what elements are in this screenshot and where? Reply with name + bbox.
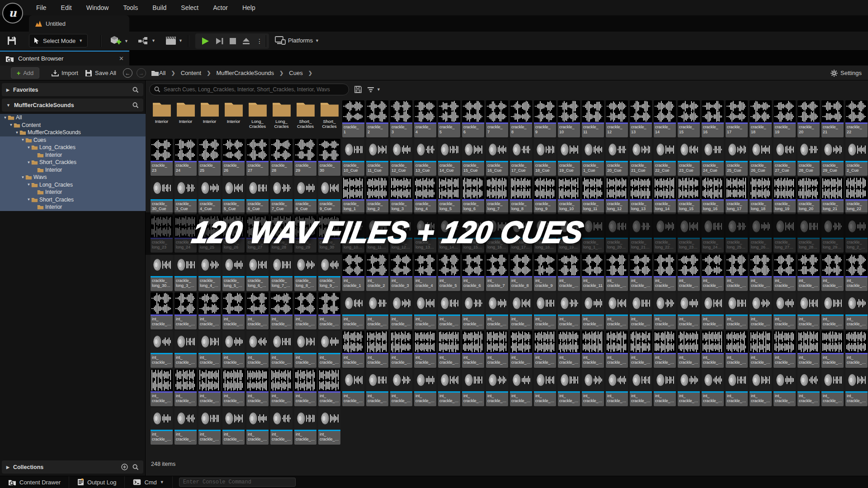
asset-tile[interactable]: int_crackle_long_28_Cue <box>797 369 820 406</box>
menu-item-help[interactable]: Help <box>236 2 262 13</box>
asset-tile[interactable]: crackle_long_3_Cue <box>175 254 197 291</box>
close-icon[interactable]: ✕ <box>119 55 124 62</box>
asset-tile[interactable]: crackle_long_5_Cue <box>222 254 245 291</box>
asset-tile[interactable]: int_crackle_long_25 <box>198 369 221 406</box>
asset-tile[interactable]: int_crackle_long_29_Cue <box>821 369 844 406</box>
asset-tile[interactable]: crackle_10_Cue <box>342 139 364 176</box>
search-icon[interactable] <box>132 464 139 470</box>
asset-tile[interactable]: int_crackle_29 <box>294 292 316 329</box>
menu-item-build[interactable]: Build <box>146 2 173 13</box>
asset-tile[interactable]: int_crackle_long_17 <box>726 331 748 368</box>
asset-tile[interactable]: crackle_22 <box>845 100 868 137</box>
expander-down-icon[interactable]: ▼ <box>26 197 31 202</box>
asset-tile[interactable]: int_crackle_4 <box>414 254 436 291</box>
asset-tile[interactable]: int_crackle_long_22_Cue <box>654 369 676 406</box>
asset-tile[interactable]: crackle_13_Cue <box>414 139 436 176</box>
tree-item-long_crackles[interactable]: ▼Long_Crackles <box>0 144 146 151</box>
asset-tile[interactable]: int_crackle_27_Cue <box>774 292 796 329</box>
asset-tile[interactable]: crackle_long_21 <box>821 177 844 214</box>
asset-tile[interactable]: int_crackle_24_Cue <box>702 292 724 329</box>
asset-tile[interactable]: int_crackle_long_25_Cue <box>726 369 748 406</box>
asset-tile[interactable]: crackle_long_3 <box>390 177 412 214</box>
asset-tile[interactable]: int_crackle_9_Cue <box>318 331 340 368</box>
asset-tile[interactable]: int_crackle_long_4_Cue <box>198 408 221 445</box>
folder-tile[interactable]: Interior <box>198 100 222 124</box>
asset-tile[interactable]: int_crackle_3_Cue <box>175 331 197 368</box>
asset-tile[interactable]: crackle_5_Cue <box>222 177 245 214</box>
asset-tile[interactable]: int_crackle_long_3 <box>390 331 412 368</box>
asset-tile[interactable]: int_crackle_25 <box>198 292 221 329</box>
asset-tile[interactable]: crackle_23_Cue <box>678 139 700 176</box>
asset-tile[interactable]: crackle_26 <box>222 139 245 176</box>
asset-tile[interactable]: int_crackle_long_29 <box>294 369 316 406</box>
asset-tile[interactable]: int_crackle_1_Cue <box>582 292 604 329</box>
eject-icon[interactable] <box>242 38 250 45</box>
asset-tile[interactable]: int_crackle_long_26 <box>222 369 245 406</box>
cinematics-dropdown[interactable]: ▼ <box>165 36 183 45</box>
asset-tile[interactable]: int_crackle_22_Cue <box>654 292 676 329</box>
select-mode-dropdown[interactable]: Select Mode ▼ <box>29 34 88 47</box>
asset-tile[interactable]: int_crackle_3 <box>390 254 412 291</box>
expander-down-icon[interactable]: ▼ <box>26 160 31 164</box>
asset-tile[interactable]: int_crackle_20 <box>797 254 820 291</box>
asset-tile[interactable]: crackle_26_Cue <box>750 139 772 176</box>
expander-down-icon[interactable]: ▼ <box>9 123 14 127</box>
asset-tile[interactable]: crackle_29_Cue <box>821 139 844 176</box>
asset-tile[interactable]: crackle_long_14 <box>654 177 676 214</box>
asset-tile[interactable]: int_crackle_15_Cue <box>462 292 484 329</box>
asset-tile[interactable]: int_crackle_30_Cue <box>151 331 173 368</box>
asset-tile[interactable]: crackle_14_Cue <box>438 139 460 176</box>
asset-tile[interactable]: crackle_long_4_Cue <box>198 254 221 291</box>
asset-tile[interactable]: crackle_long_2 <box>366 177 388 214</box>
asset-tile[interactable]: crackle_17 <box>726 100 748 137</box>
asset-tile[interactable]: crackle_long_9 <box>534 177 556 214</box>
asset-tile[interactable]: crackle_18 <box>750 100 772 137</box>
breadcrumb-item-all[interactable]: All <box>159 70 165 76</box>
asset-tile[interactable]: int_crackle_long_8 <box>510 331 532 368</box>
stop-icon[interactable] <box>230 38 236 44</box>
asset-tile[interactable]: int_crackle_long_21 <box>821 331 844 368</box>
asset-tile[interactable]: int_crackle_long_19 <box>774 331 796 368</box>
asset-tile[interactable]: crackle_6_Cue <box>246 177 269 214</box>
asset-tile[interactable]: crackle_30 <box>318 139 340 176</box>
asset-tile[interactable]: crackle_long_8 <box>510 177 532 214</box>
tree-item-wavs[interactable]: ▼Wavs <box>0 174 146 181</box>
asset-tile[interactable]: int_crackle_20_Cue <box>606 292 628 329</box>
asset-tile[interactable]: crackle_15_Cue <box>462 139 484 176</box>
asset-tile[interactable]: crackle_long_11 <box>582 177 604 214</box>
asset-tile[interactable]: crackle_23 <box>151 139 173 176</box>
platforms-dropdown[interactable]: Platforms ▼ <box>275 36 319 45</box>
breadcrumb-item-mufflercracklesounds[interactable]: MufflerCrackleSounds <box>216 70 274 76</box>
asset-tile[interactable]: int_crackle_long_7_Cue <box>270 408 292 445</box>
asset-tile[interactable]: int_crackle_17 <box>726 254 748 291</box>
asset-tile[interactable]: crackle_long_15 <box>678 177 700 214</box>
asset-tile[interactable]: crackle_27_Cue <box>774 139 796 176</box>
asset-tile[interactable]: crackle_19 <box>774 100 796 137</box>
asset-tile[interactable]: crackle_6 <box>462 100 484 137</box>
asset-tile[interactable]: int_crackle_7 <box>486 254 508 291</box>
asset-tile[interactable]: int_crackle_long_2_Cue <box>845 369 868 406</box>
asset-tile[interactable]: crackle_18_Cue <box>534 139 556 176</box>
asset-tile[interactable]: int_crackle_10_Cue <box>342 292 364 329</box>
favorites-header[interactable]: ▶ Favorites <box>2 83 143 96</box>
asset-tile[interactable]: int_crackle_16 <box>702 254 724 291</box>
folder-tile[interactable]: Long_Cracles <box>269 100 293 129</box>
asset-tile[interactable]: crackle_long_5 <box>438 177 460 214</box>
asset-tile[interactable]: crackle_13 <box>630 100 652 137</box>
asset-tile[interactable]: crackle_15 <box>678 100 700 137</box>
asset-tile[interactable]: int_crackle_24 <box>175 292 197 329</box>
expander-down-icon[interactable]: ▼ <box>20 138 25 142</box>
expander-down-icon[interactable]: ▼ <box>3 116 8 120</box>
expander-down-icon[interactable]: ▼ <box>14 131 19 135</box>
asset-tile[interactable]: crackle_12_Cue <box>390 139 412 176</box>
menu-item-select[interactable]: Select <box>175 2 205 13</box>
asset-tile[interactable]: int_crackle_15 <box>678 254 700 291</box>
asset-tile[interactable]: crackle_16 <box>702 100 724 137</box>
asset-tile[interactable]: int_crackle_long_5_Cue <box>222 408 245 445</box>
asset-tile[interactable]: int_crackle_21_Cue <box>630 292 652 329</box>
asset-tile[interactable]: int_crackle_long_18_Cue <box>534 369 556 406</box>
asset-tile[interactable]: crackle_21_Cue <box>630 139 652 176</box>
asset-tile[interactable]: int_crackle_long_9 <box>534 331 556 368</box>
asset-tile[interactable]: int_crackle_28 <box>270 292 292 329</box>
asset-tile[interactable]: crackle_17_Cue <box>510 139 532 176</box>
